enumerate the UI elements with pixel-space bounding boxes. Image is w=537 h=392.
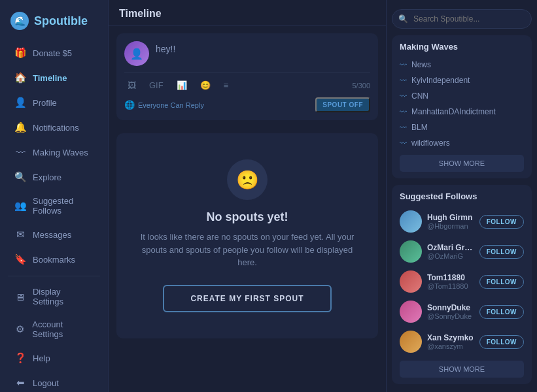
- follow-item-1: OzMari Granlund @OzMariG FOLLOW: [400, 237, 524, 267]
- sidebar-item-label-suggested: Suggested Follows: [33, 196, 94, 216]
- sidebar-item-making-waves[interactable]: 〰 Making Waves: [4, 140, 104, 164]
- follow-info-4: Xan Szymko @xanszym: [427, 333, 474, 350]
- sidebar-item-label-waves: Making Waves: [33, 148, 88, 157]
- search-input[interactable]: [392, 9, 532, 29]
- follow-handle-3: @SonnyDuke: [427, 312, 474, 320]
- compose-box: 👤 hey!! 🖼 GIF 📊 😊 ≡ 5/300 🌐 Everyone Can…: [116, 33, 378, 120]
- follow-button-0[interactable]: FOLLOW: [479, 215, 524, 229]
- making-waves-section: Making Waves 〰 News 〰 KyivIndependent 〰 …: [392, 35, 532, 178]
- poll-tool[interactable]: 📊: [173, 78, 190, 92]
- notifications-icon: 🔔: [14, 122, 26, 133]
- sidebar-item-profile[interactable]: 👤 Profile: [4, 91, 104, 114]
- wave-label-wildflowers: wildflowers: [411, 139, 450, 148]
- follow-info-1: OzMari Granlund @OzMariG: [427, 243, 474, 260]
- sidebar-item-label-bookmarks: Bookmarks: [33, 255, 75, 265]
- right-panel: 🔍 Making Waves 〰 News 〰 KyivIndependent …: [387, 0, 537, 392]
- image-tool[interactable]: 🖼: [124, 78, 139, 92]
- avatar: 👤: [124, 41, 149, 66]
- suggested-follows-section: Suggested Follows Hugh Girmn @Hbgorman F…: [392, 185, 532, 384]
- sidebar-item-label-account: Account Settings: [32, 319, 94, 339]
- sidebar-item-bookmarks[interactable]: 🔖 Bookmarks: [4, 248, 104, 271]
- logo-icon: 🌊: [10, 12, 29, 30]
- sidebar-item-timeline[interactable]: 🏠 Timeline: [4, 66, 104, 90]
- spout-off-button[interactable]: SPOUT OFF: [315, 97, 370, 112]
- search-icon: 🔍: [398, 14, 408, 24]
- compose-top: 👤 hey!!: [124, 41, 370, 66]
- sidebar-item-messages[interactable]: ✉ Messages: [4, 223, 104, 246]
- wave-icon-wildflowers: 〰: [400, 139, 407, 147]
- sidebar-item-label-logout: Logout: [33, 378, 59, 388]
- emoji-tool[interactable]: 😊: [197, 78, 214, 92]
- wave-icon-cnn: 〰: [400, 92, 407, 100]
- sidebar-item-help[interactable]: ❓ Help: [4, 346, 104, 370]
- follow-info-0: Hugh Girmn @Hbgorman: [427, 213, 474, 230]
- sidebar-item-display[interactable]: 🖥 Display Settings: [4, 281, 104, 312]
- follow-name-3: SonnyDuke: [427, 303, 474, 312]
- wave-item-wildflowers[interactable]: 〰 wildflowers: [400, 135, 524, 151]
- sidebar-item-label-notifications: Notifications: [33, 123, 79, 133]
- sidebar-item-account[interactable]: ⚙ Account Settings: [4, 314, 104, 345]
- sidebar-item-notifications[interactable]: 🔔 Notifications: [4, 116, 104, 139]
- follow-button-2[interactable]: FOLLOW: [479, 275, 524, 289]
- avatar-initial: 👤: [130, 48, 143, 60]
- sidebar-item-donate[interactable]: 🎁 Donate $5: [4, 41, 104, 65]
- messages-icon: ✉: [14, 229, 26, 240]
- compose-toolbar: 🖼 GIF 📊 😊 ≡ 5/300: [124, 73, 370, 92]
- waves-show-more-button[interactable]: SHOW MORE: [400, 155, 524, 172]
- wave-item-news[interactable]: 〰 News: [400, 57, 524, 73]
- sidebar-item-label-timeline: Timeline: [33, 73, 67, 83]
- logout-icon: ⬅: [14, 377, 26, 389]
- char-count: 5/300: [352, 82, 370, 90]
- wave-item-blm[interactable]: 〰 BLM: [400, 120, 524, 135]
- follows-show-more-button[interactable]: SHOW MORE: [400, 361, 524, 378]
- sidebar-item-suggested[interactable]: 👥 Suggested Follows: [4, 190, 104, 221]
- create-first-spout-button[interactable]: CREATE MY FIRST SPOUT: [163, 285, 331, 312]
- follow-avatar-3: [400, 301, 422, 323]
- gif-tool[interactable]: GIF: [146, 78, 167, 92]
- search-bar: 🔍: [392, 9, 532, 29]
- sidebar-item-label-display: Display Settings: [33, 287, 94, 306]
- suggested-follows-title: Suggested Follows: [400, 191, 524, 201]
- follow-avatar-2: [400, 270, 422, 293]
- follow-avatar-1: [400, 240, 422, 263]
- follow-item-0: Hugh Girmn @Hbgorman FOLLOW: [400, 206, 524, 237]
- list-tool[interactable]: ≡: [220, 78, 232, 92]
- sidebar-item-logout[interactable]: ⬅ Logout: [4, 371, 104, 392]
- wave-label-news: News: [411, 60, 431, 69]
- sidebar-item-label-donate: Donate $5: [33, 48, 72, 58]
- follow-item-3: SonnyDuke @SonnyDuke FOLLOW: [400, 297, 524, 327]
- sidebar-item-explore[interactable]: 🔍 Explore: [4, 165, 104, 189]
- explore-icon: 🔍: [14, 171, 26, 183]
- wave-item-kyiv[interactable]: 〰 KyivIndependent: [400, 73, 524, 88]
- follow-handle-2: @Tom11880: [427, 282, 474, 290]
- reply-label-text: Everyone Can Reply: [138, 101, 204, 109]
- globe-icon: 🌐: [124, 100, 135, 110]
- empty-title: No spouts yet!: [206, 210, 288, 224]
- wave-icon-manhattan: 〰: [400, 108, 407, 116]
- compose-tools: 🖼 GIF 📊 😊 ≡: [124, 78, 232, 92]
- wave-label-manhattan: ManhattanDAIndictment: [411, 107, 496, 116]
- follow-name-4: Xan Szymko: [427, 333, 474, 342]
- wave-item-manhattan[interactable]: 〰 ManhattanDAIndictment: [400, 104, 524, 120]
- compose-text[interactable]: hey!!: [156, 41, 370, 54]
- empty-state: 🙁 No spouts yet! It looks like there are…: [116, 133, 378, 338]
- suggested-icon: 👥: [14, 200, 26, 212]
- follow-info-3: SonnyDuke @SonnyDuke: [427, 303, 474, 320]
- sidebar-bottom: 🖥 Display Settings ⚙ Account Settings ❓ …: [0, 280, 108, 392]
- sidebar-item-label-help: Help: [33, 353, 50, 363]
- wave-icon-news: 〰: [400, 61, 407, 69]
- follow-button-4[interactable]: FOLLOW: [479, 335, 524, 349]
- follow-name-2: Tom11880: [427, 273, 474, 282]
- follow-button-1[interactable]: FOLLOW: [479, 245, 524, 259]
- reply-label: 🌐 Everyone Can Reply: [124, 100, 204, 110]
- follow-name-0: Hugh Girmn: [427, 213, 474, 222]
- profile-icon: 👤: [14, 97, 26, 108]
- sidebar-nav: 🎁 Donate $5 🏠 Timeline 👤 Profile 🔔 Notif…: [0, 41, 108, 392]
- logo-container[interactable]: 🌊 Spoutible: [0, 7, 108, 41]
- wave-item-cnn[interactable]: 〰 CNN: [400, 88, 524, 104]
- making-waves-title: Making Waves: [400, 42, 524, 52]
- account-icon: ⚙: [14, 323, 26, 335]
- follow-button-3[interactable]: FOLLOW: [479, 305, 524, 319]
- follow-avatar-0: [400, 210, 422, 233]
- follow-name-1: OzMari Granlund: [427, 243, 474, 252]
